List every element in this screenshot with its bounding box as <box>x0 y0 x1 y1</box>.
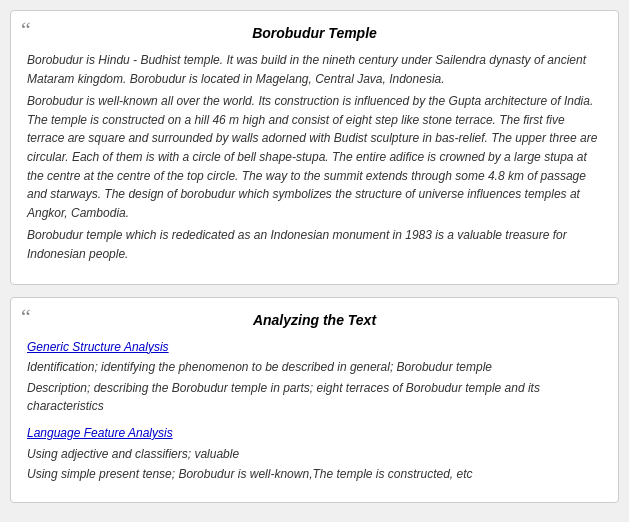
language-feature-link[interactable]: Language Feature Analysis <box>27 424 602 443</box>
borobudur-card: “ Borobudur Temple Borobudur is Hindu - … <box>10 10 619 285</box>
language-feature-line-1: Using adjective and classifiers; valuabl… <box>27 445 602 464</box>
borobudur-para-2: Borobudur is well-known all over the wor… <box>27 92 602 222</box>
analysis-card: “ Analyzing the Text Generic Structure A… <box>10 297 619 503</box>
borobudur-para-1: Borobudur is Hindu - Budhist temple. It … <box>27 51 602 88</box>
quote-icon-2: “ <box>21 306 31 328</box>
quote-icon-1: “ <box>21 19 31 41</box>
analysis-title: Analyzing the Text <box>27 312 602 328</box>
generic-structure-line-1: Identification; identifying the phenomen… <box>27 358 602 377</box>
language-feature-line-2: Using simple present tense; Borobudur is… <box>27 465 602 484</box>
generic-structure-link[interactable]: Generic Structure Analysis <box>27 338 602 357</box>
generic-structure-line-2: Description; describing the Borobudur te… <box>27 379 602 416</box>
borobudur-body: Borobudur is Hindu - Budhist temple. It … <box>27 51 602 264</box>
borobudur-title: Borobudur Temple <box>27 25 602 41</box>
analysis-body: Generic Structure Analysis Identificatio… <box>27 338 602 484</box>
borobudur-para-3: Borobudur temple which is rededicated as… <box>27 226 602 263</box>
